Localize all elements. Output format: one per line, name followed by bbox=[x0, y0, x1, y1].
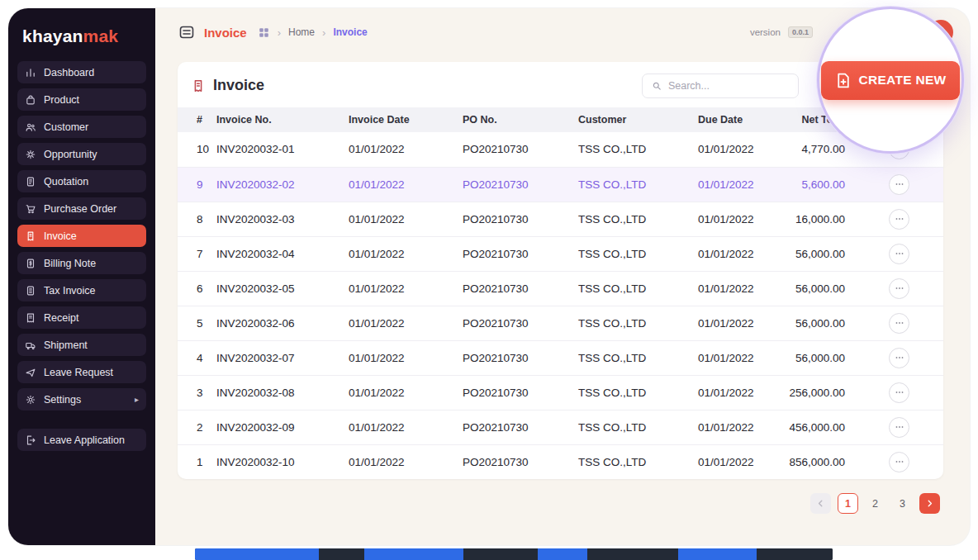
table-row[interactable]: 1 INV2020032-10 01/01/2022 PO20210730 TS… bbox=[178, 444, 943, 479]
cell-customer: TSS CO.,LTD bbox=[578, 236, 698, 271]
cell-invoice-date: 01/01/2022 bbox=[349, 271, 463, 306]
invoice-table: # Invoice No. Invoice Date PO No. Custom… bbox=[178, 107, 943, 479]
pagination: 1 2 3 bbox=[155, 493, 940, 514]
cell-due-date: 01/01/2022 bbox=[698, 340, 767, 375]
cell-customer: TSS CO.,LTD bbox=[578, 271, 698, 306]
cell-num: 10 bbox=[178, 132, 216, 167]
cell-due-date: 01/01/2022 bbox=[698, 271, 767, 306]
cell-customer: TSS CO.,LTD bbox=[578, 167, 698, 202]
sidebar-item-billing-note[interactable]: Billing Note bbox=[17, 252, 146, 274]
table-row[interactable]: 2 INV2020032-09 01/01/2022 PO20210730 TS… bbox=[178, 410, 943, 444]
search-input[interactable] bbox=[668, 80, 790, 92]
sidebar-item-label: Shipment bbox=[44, 339, 88, 351]
sidebar-item-label: Purchase Order bbox=[44, 203, 116, 215]
row-actions-button[interactable] bbox=[889, 244, 909, 264]
purchase-order-icon bbox=[25, 203, 36, 215]
cell-invoice-no: INV2020032-03 bbox=[216, 202, 349, 236]
apps-grid-icon[interactable] bbox=[258, 26, 270, 39]
cell-invoice-date: 01/01/2022 bbox=[349, 236, 463, 271]
sidebar-item-shipment[interactable]: Shipment bbox=[17, 334, 146, 356]
cell-due-date: 01/01/2022 bbox=[698, 306, 767, 340]
cell-invoice-date: 01/01/2022 bbox=[349, 306, 463, 340]
table-row[interactable]: 5 INV2020032-06 01/01/2022 PO20210730 TS… bbox=[178, 306, 943, 340]
sidebar-item-product[interactable]: Product bbox=[17, 88, 146, 111]
cell-net-total: 4,770.00 bbox=[767, 132, 855, 167]
table-row[interactable]: 3 INV2020032-08 01/01/2022 PO20210730 TS… bbox=[178, 375, 943, 410]
cell-invoice-no: INV2020032-10 bbox=[216, 444, 349, 479]
table-row[interactable]: 9 INV2020032-02 01/01/2022 PO20210730 TS… bbox=[178, 167, 943, 202]
tax-invoice-icon bbox=[25, 285, 36, 297]
sidebar-item-leave-request[interactable]: Leave Request bbox=[17, 361, 146, 383]
sidebar-item-label: Billing Note bbox=[44, 258, 96, 269]
breadcrumb-current[interactable]: Invoice bbox=[333, 26, 367, 38]
customer-icon bbox=[25, 121, 36, 133]
cell-invoice-date: 01/01/2022 bbox=[349, 202, 463, 236]
cell-invoice-date: 01/01/2022 bbox=[349, 410, 463, 444]
cell-net-total: 16,000.00 bbox=[767, 202, 855, 236]
sidebar-item-quotation[interactable]: Quotation bbox=[17, 170, 146, 192]
file-plus-icon bbox=[834, 72, 852, 89]
sidebar-item-leave-application[interactable]: Leave Application bbox=[17, 429, 146, 451]
quotation-icon bbox=[25, 176, 36, 187]
sidebar-item-tax-invoice[interactable]: Tax Invoice bbox=[17, 279, 146, 301]
sidebar-item-invoice[interactable]: Invoice bbox=[17, 225, 146, 247]
sidebar-item-label: Customer bbox=[44, 121, 88, 133]
leave-request-icon bbox=[25, 367, 36, 378]
pagination-page-2[interactable]: 2 bbox=[865, 493, 885, 514]
sidebar-item-receipt[interactable]: Receipt bbox=[17, 306, 146, 329]
col-due-date: Due Date bbox=[698, 107, 767, 132]
cell-num: 2 bbox=[178, 410, 216, 444]
cell-invoice-date: 01/01/2022 bbox=[349, 444, 463, 479]
table-row[interactable]: 7 INV2020032-04 01/01/2022 PO20210730 TS… bbox=[178, 236, 943, 271]
row-actions-button[interactable] bbox=[889, 174, 909, 195]
table-row[interactable]: 6 INV2020032-05 01/01/2022 PO20210730 TS… bbox=[178, 271, 943, 306]
sidebar-menu: Dashboard Product Customer Opportunity Q… bbox=[17, 61, 146, 451]
cell-num: 9 bbox=[178, 167, 216, 202]
sidebar-item-customer[interactable]: Customer bbox=[17, 116, 146, 138]
invoice-card: Invoice CREATE NEW bbox=[178, 62, 943, 479]
brand-logo: khayanmak bbox=[17, 18, 146, 61]
cell-num: 4 bbox=[178, 340, 216, 375]
cell-invoice-no: INV2020032-06 bbox=[216, 306, 349, 340]
row-actions-button[interactable] bbox=[889, 313, 909, 334]
sidebar-item-purchase-order[interactable]: Purchase Order bbox=[17, 197, 146, 220]
menu-toggle-button[interactable] bbox=[177, 22, 197, 42]
table-row[interactable]: 4 INV2020032-07 01/01/2022 PO20210730 TS… bbox=[178, 340, 943, 375]
create-new-button-magnified[interactable]: CREATE NEW bbox=[821, 61, 959, 100]
cell-actions bbox=[855, 167, 943, 202]
cell-due-date: 01/01/2022 bbox=[698, 132, 767, 167]
cell-num: 1 bbox=[178, 444, 216, 479]
leave-application-icon bbox=[25, 434, 36, 446]
cell-invoice-no: INV2020032-04 bbox=[216, 236, 349, 271]
background-window-strip bbox=[195, 548, 833, 560]
breadcrumb-home[interactable]: Home bbox=[288, 26, 315, 38]
cell-net-total: 5,600.00 bbox=[767, 167, 855, 202]
row-actions-button[interactable] bbox=[889, 382, 909, 403]
pagination-page-1[interactable]: 1 bbox=[838, 493, 858, 514]
table-row[interactable]: 8 INV2020032-03 01/01/2022 PO20210730 TS… bbox=[178, 202, 943, 236]
cell-invoice-no: INV2020032-02 bbox=[216, 167, 349, 202]
sidebar-item-dashboard[interactable]: Dashboard bbox=[17, 61, 146, 83]
cell-po-no: PO20210730 bbox=[463, 132, 578, 167]
cell-num: 8 bbox=[178, 202, 216, 236]
pagination-prev-button[interactable] bbox=[810, 493, 831, 514]
cell-po-no: PO20210730 bbox=[463, 236, 578, 271]
row-actions-button[interactable] bbox=[889, 417, 909, 438]
pagination-page-3[interactable]: 3 bbox=[892, 493, 913, 514]
cell-due-date: 01/01/2022 bbox=[698, 202, 767, 236]
breadcrumb-separator: › bbox=[322, 26, 325, 39]
row-actions-button[interactable] bbox=[889, 348, 909, 368]
cell-customer: TSS CO.,LTD bbox=[578, 410, 698, 444]
sidebar-item-opportunity[interactable]: Opportunity bbox=[17, 143, 146, 165]
row-actions-button[interactable] bbox=[889, 209, 909, 230]
cell-num: 5 bbox=[178, 306, 216, 340]
pagination-next-button[interactable] bbox=[919, 493, 940, 514]
row-actions-button[interactable] bbox=[889, 278, 909, 299]
cell-net-total: 456,000.00 bbox=[767, 410, 855, 444]
cell-actions bbox=[855, 340, 943, 375]
row-actions-button[interactable] bbox=[889, 452, 909, 472]
table-row[interactable]: 10 INV2020032-01 01/01/2022 PO20210730 T… bbox=[178, 132, 943, 167]
cell-actions bbox=[855, 236, 943, 271]
sidebar-item-label: Leave Application bbox=[44, 434, 125, 446]
sidebar-item-settings[interactable]: Settings ▸ bbox=[17, 388, 146, 411]
